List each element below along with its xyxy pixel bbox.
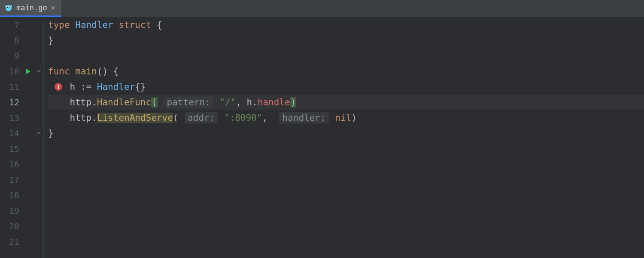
unresolved-ref: handle — [258, 97, 290, 108]
keyword: type — [48, 20, 70, 30]
svg-point-6 — [9, 7, 10, 8]
type-name: Handler — [75, 20, 113, 30]
line-number: 16 — [9, 159, 19, 169]
line-number: 8 — [14, 35, 19, 46]
line-number: 21 — [9, 236, 19, 247]
file-tab-label: main.go — [16, 3, 47, 12]
code-line[interactable] — [48, 187, 644, 203]
code-area[interactable]: type Handler struct { } func main() { h … — [44, 17, 644, 258]
func-name: main — [75, 66, 97, 77]
code-line[interactable] — [48, 141, 644, 157]
line-number: 20 — [9, 221, 19, 231]
inlay-hint: addr: — [185, 112, 218, 123]
gutter-line[interactable]: 19 — [0, 203, 43, 218]
line-number: 19 — [9, 206, 19, 216]
func-call-warn: ListenAndServe — [97, 113, 173, 123]
code-line[interactable]: http.ListenAndServe( addr: ":8090", hand… — [48, 110, 644, 126]
inlay-hint: handler: — [279, 112, 328, 123]
gutter-line[interactable]: 17 — [0, 172, 43, 187]
brace: { — [151, 20, 162, 30]
gutter-line[interactable]: 10 — [0, 64, 43, 79]
paren-close: ) — [290, 97, 297, 108]
gutter-line[interactable]: 11! — [0, 79, 43, 95]
string-literal: ":8090" — [224, 113, 262, 123]
code-line[interactable]: type Handler struct { — [48, 17, 644, 33]
gutter-line[interactable]: 20 — [0, 218, 43, 234]
svg-point-5 — [7, 7, 8, 8]
run-gutter-icon[interactable] — [26, 68, 30, 74]
nil-literal: nil — [335, 113, 351, 123]
keyword: func — [48, 66, 70, 77]
gutter-line[interactable]: 9 — [0, 48, 43, 64]
gutter: 7891011!12131415161718192021 — [0, 17, 44, 258]
gutter-line[interactable]: 18 — [0, 187, 43, 203]
tab-bar: main.go × — [0, 0, 644, 17]
fold-close-icon[interactable] — [36, 130, 42, 136]
func-call: HandleFunc — [97, 97, 151, 108]
line-number: 10 — [9, 66, 19, 77]
code-line[interactable]: h := Handler{} — [48, 79, 644, 95]
svg-point-1 — [5, 5, 7, 7]
pkg: http — [70, 97, 92, 108]
line-number: 12 — [9, 97, 19, 108]
gutter-line[interactable]: 16 — [0, 157, 43, 172]
code-line[interactable]: } — [48, 33, 644, 48]
file-tab-main-go[interactable]: main.go × — [0, 0, 61, 17]
code-line[interactable] — [48, 234, 644, 249]
gutter-line[interactable]: 14 — [0, 126, 43, 141]
code-line[interactable] — [48, 48, 644, 64]
gutter-line[interactable]: 12 — [0, 95, 43, 110]
inlay-hint: pattern: — [164, 97, 213, 108]
code-line[interactable]: } — [48, 126, 644, 141]
go-file-icon — [4, 3, 13, 12]
keyword: struct — [118, 20, 151, 30]
line-number: 9 — [14, 51, 19, 61]
code-editor[interactable]: 7891011!12131415161718192021 type Handle… — [0, 17, 644, 258]
line-number: 17 — [9, 175, 19, 185]
line-number: 18 — [9, 190, 19, 200]
type-name: Handler — [97, 82, 135, 92]
string-literal: "/" — [219, 97, 236, 108]
close-tab-icon[interactable]: × — [51, 4, 55, 12]
code-line[interactable] — [48, 218, 644, 234]
code-line[interactable]: func main() { — [48, 64, 644, 79]
line-number: 14 — [9, 128, 19, 138]
svg-point-2 — [10, 5, 12, 7]
gutter-line[interactable]: 21 — [0, 234, 43, 249]
fold-open-icon[interactable] — [36, 68, 42, 74]
line-number: 11 — [9, 82, 19, 92]
line-number: 15 — [9, 144, 19, 154]
gutter-line[interactable]: 7 — [0, 17, 43, 33]
brace: } — [48, 35, 54, 46]
gutter-line[interactable]: 13 — [0, 110, 43, 126]
code-line-current[interactable]: http.HandleFunc( pattern: "/", h.handle) — [48, 95, 644, 110]
gutter-line[interactable]: 8 — [0, 33, 43, 48]
code-line[interactable] — [48, 157, 644, 172]
line-number: 13 — [9, 113, 19, 123]
code-line[interactable] — [48, 172, 644, 187]
paren-open: ( — [151, 97, 158, 108]
line-number: 7 — [14, 20, 19, 30]
gutter-line[interactable]: 15 — [0, 141, 43, 157]
brace: } — [48, 128, 54, 138]
pkg: http — [70, 113, 92, 123]
code-line[interactable] — [48, 203, 644, 218]
